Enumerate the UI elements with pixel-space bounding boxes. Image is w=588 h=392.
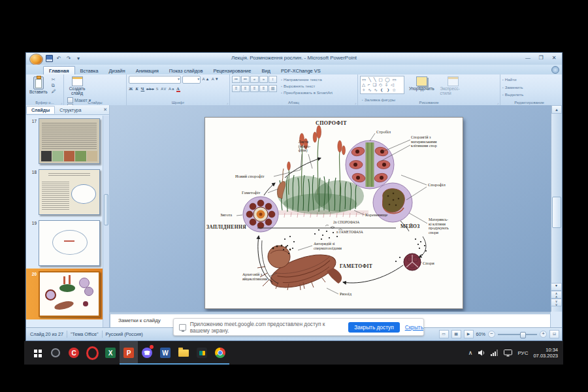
underline-button[interactable]: Ч (140, 86, 144, 91)
maximize-button[interactable]: ❐ (534, 54, 547, 63)
font-color-button[interactable]: A (176, 86, 180, 92)
panel-scrollbar[interactable] (103, 116, 109, 329)
strikethrough-button[interactable]: abc (146, 87, 154, 91)
slide-thumbnail-20[interactable]: 20 (26, 269, 103, 319)
language-indicator[interactable]: Русский (Россия) (106, 331, 143, 337)
keyboard-language[interactable]: РУС (517, 350, 528, 356)
align-right-button[interactable]: ≡ (250, 85, 259, 92)
scrollbar-thumb[interactable] (552, 197, 561, 228)
taskbar-icon-excel[interactable]: X (101, 341, 120, 365)
diagram-label-mother-cells: Материнсь- кі клітини продукують спори (429, 218, 449, 235)
previous-slide-button[interactable]: ∧∧ (551, 291, 562, 299)
taskbar-icon-viber[interactable]: ☎ (138, 341, 156, 365)
format-painter-icon[interactable]: 🖉 (52, 89, 56, 93)
select-button[interactable]: Выделить (502, 92, 523, 98)
tab-slideshow[interactable]: Показ слайдов (164, 67, 208, 74)
shadow-button[interactable]: S (156, 86, 159, 91)
editor-scrollbar[interactable]: ▲ (551, 105, 562, 312)
tab-view[interactable]: Вид (256, 67, 276, 74)
normal-view-button[interactable]: ▭ (439, 330, 449, 338)
display-icon[interactable] (504, 350, 512, 357)
increase-indent-button[interactable]: » (259, 76, 268, 83)
shrink-font-button[interactable]: А▼ (212, 77, 220, 81)
change-case-button[interactable]: Aa (169, 87, 174, 91)
taskbar-icon-powerpoint[interactable]: P (120, 341, 138, 365)
hide-banner-link[interactable]: Скрыть (405, 324, 423, 331)
bold-button[interactable]: Ж (129, 86, 133, 91)
font-name-combo[interactable] (129, 76, 181, 84)
slide-sorter-button[interactable]: ▦ (451, 330, 461, 338)
zoom-in-button[interactable]: + (540, 331, 547, 338)
decrease-indent-button[interactable]: « (250, 76, 259, 83)
tab-design[interactable]: Дизайн (103, 67, 130, 74)
character-spacing-button[interactable]: AV (161, 87, 167, 91)
text-direction-button[interactable]: Направление текста (281, 77, 333, 83)
taskbar-icon-search[interactable] (46, 341, 65, 365)
panel-close-icon[interactable]: ✕ (103, 107, 107, 112)
quick-styles-icon (448, 76, 459, 86)
line-spacing-button[interactable]: ↕ (269, 76, 277, 83)
drawing-dialog-launcher[interactable]: ⌟ (497, 101, 498, 105)
close-button[interactable]: ✕ (547, 54, 561, 63)
slide-thumbnail-18[interactable]: 18 (26, 167, 103, 218)
taskbar-icon-meet[interactable] (193, 341, 211, 365)
taskbar-icon-ccleaner[interactable]: C (65, 341, 83, 365)
tab-review[interactable]: Рецензирование (208, 67, 256, 74)
italic-button[interactable]: К (135, 86, 139, 91)
new-slide-button[interactable]: Создать слайд (66, 76, 88, 96)
slideshow-button[interactable]: ▶ (464, 330, 474, 338)
tray-clock[interactable]: 10:34 07.03.2023 (533, 347, 558, 359)
arrange-button[interactable]: Упорядочить (406, 76, 437, 91)
align-left-button[interactable]: ≡ (232, 85, 240, 92)
shapes-gallery[interactable]: ▭ ╲ ╲ ▢ ◯ ▭ △ ⌐ ❏ ◇ ⇩ ◁ ✧ ∿ ∿ ❨ ❩ ☆ (360, 76, 404, 94)
bullets-button[interactable]: ≔ (232, 76, 240, 83)
font-dialog-launcher[interactable]: ⌟ (227, 101, 228, 105)
taskbar-icon-start[interactable] (28, 341, 46, 365)
slide-canvas[interactable]: СПОРОФІТСтробілСпорангій з материнськими… (204, 117, 463, 309)
tab-home[interactable]: Главная (43, 66, 75, 74)
slide-thumbnail-17[interactable]: 17 (26, 116, 103, 167)
minimize-button[interactable]: — (521, 54, 534, 63)
taskbar-icon-word[interactable]: W (156, 341, 174, 365)
stop-sharing-button[interactable]: Закрыть доступ (348, 322, 399, 333)
paste-button[interactable]: Вставить (28, 76, 49, 95)
scroll-down-icon[interactable]: ▼ (551, 283, 562, 291)
zoom-slider[interactable] (498, 334, 537, 335)
grow-font-button[interactable]: А▲ (202, 77, 210, 81)
clipboard-dialog-launcher[interactable]: ⌟ (61, 101, 62, 105)
find-button[interactable]: Найти (502, 77, 523, 83)
paragraph-dialog-launcher[interactable]: ⌟ (355, 101, 356, 105)
start-icon (34, 350, 37, 353)
quick-styles-button[interactable]: Экспресс-стили (438, 76, 467, 96)
taskbar-icon-chrome[interactable] (211, 341, 229, 365)
next-slide-button[interactable]: ∨∨ (551, 299, 562, 306)
zoom-out-button[interactable]: − (488, 331, 495, 338)
network-icon[interactable] (491, 350, 498, 356)
tray-expand-icon[interactable]: ∧ (468, 350, 473, 356)
align-text-button[interactable]: Выровнять текст (281, 84, 333, 90)
cut-icon[interactable]: ✂ (52, 77, 56, 82)
title-bar: ↶ ↷ ▾ Лекція. Розмноження рослин. - Micr… (26, 53, 562, 65)
help-icon[interactable] (551, 66, 559, 74)
columns-button[interactable]: ▥ (269, 85, 277, 92)
convert-smartart-button[interactable]: Преобразовать в SmartArt (281, 90, 333, 96)
tab-animation[interactable]: Анимация (131, 67, 164, 74)
panel-tab-outline[interactable]: Структура (55, 106, 86, 114)
tab-insert[interactable]: Вставка (75, 67, 104, 74)
fit-to-window-button[interactable]: ⊡ (549, 330, 559, 338)
taskbar-icon-opera[interactable] (83, 341, 101, 365)
replace-button[interactable]: Заменить (502, 85, 523, 91)
zoom-level: 60% (476, 331, 485, 337)
numbering-button[interactable]: ≕ (241, 76, 250, 83)
panel-tab-slides[interactable]: Слайды (26, 106, 55, 114)
align-center-button[interactable]: ≡ (241, 85, 250, 92)
scroll-up-icon[interactable]: ▲ (551, 105, 562, 114)
volume-icon[interactable] (478, 350, 485, 356)
tab-pdf-xchange[interactable]: PDF-XChange VS (276, 67, 326, 74)
taskbar-icon-explorer[interactable] (174, 341, 193, 365)
justify-button[interactable]: ≡ (259, 85, 268, 92)
copy-icon[interactable]: ⧉ (52, 83, 56, 88)
zoom-slider-knob[interactable] (520, 332, 526, 338)
font-size-combo[interactable] (182, 76, 201, 84)
slide-thumbnail-19[interactable]: 19 (26, 218, 103, 269)
